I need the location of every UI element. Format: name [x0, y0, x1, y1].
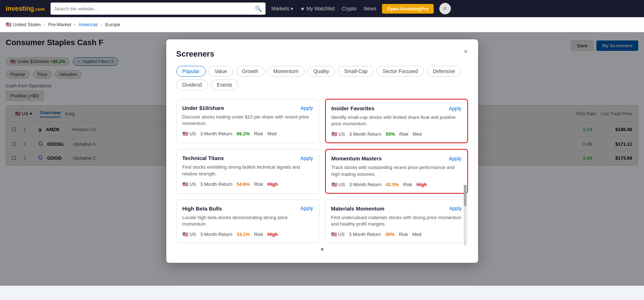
card-momentum-name: Momentum Masters [331, 155, 382, 161]
modal-title: Screeners [176, 49, 468, 59]
card-materials-risk-value: Med [412, 232, 421, 237]
open-investingpro-button[interactable]: Open InvestingPro [382, 4, 434, 14]
card-highbeta-return-value: 33.1% [237, 232, 250, 237]
card-momentum-risk-value: High [416, 182, 427, 187]
card-momentum-header: Momentum Masters Apply [331, 155, 462, 161]
breadcrumb-sep-2: › [74, 22, 76, 27]
main-area: Consumer Staples Cash F Save My Screener… [0, 32, 644, 286]
card-insider-name: Insider Favorites [331, 105, 375, 111]
tab-quality[interactable]: Quality [307, 66, 335, 77]
card-insider-return-label: 3 Month Return [349, 131, 382, 137]
card-materials-region: 🇺🇸 US [331, 232, 345, 237]
screeners-modal: Screeners × Popular Value Growth Momentu… [166, 39, 478, 263]
tab-smallcap[interactable]: Small-Cap [338, 66, 373, 77]
nav-markets[interactable]: Markets ▾ [271, 6, 293, 11]
search-input[interactable] [54, 6, 255, 11]
card-insider-region: 🇺🇸 US [331, 131, 345, 137]
card-insider-return-value: 55% [386, 131, 395, 137]
card-titans-region: 🇺🇸 US [182, 182, 196, 187]
tab-defensive[interactable]: Defensive [427, 66, 461, 77]
card-insider-risk-label: Risk [399, 131, 408, 137]
breadcrumb-united-states[interactable]: 🇺🇸 United States [6, 22, 41, 27]
tab-dividend[interactable]: Dividend [176, 79, 208, 90]
card-under10-return-label: 3 Month Return [200, 131, 233, 136]
chevron-down-icon: ▾ [176, 246, 468, 253]
card-highbeta-header: High Beta Bulls Apply [182, 205, 313, 212]
card-highbeta-return-label: 3 Month Return [200, 232, 233, 237]
tab-growth[interactable]: Growth [236, 66, 264, 77]
card-highbeta-meta: 🇺🇸 US 3 Month Return 33.1% Risk High [182, 232, 313, 237]
breadcrumb-americas[interactable]: Americas [78, 22, 98, 27]
card-titans-meta: 🇺🇸 US 3 Month Return 54.6% Risk High [182, 182, 313, 187]
card-insider-header: Insider Favorites Apply [331, 105, 462, 111]
nav-crypto[interactable]: Crypto [342, 6, 357, 11]
card-titans-desc: Find stocks exhibiting strong bullish te… [182, 164, 313, 177]
modal-close-button[interactable]: × [461, 47, 471, 57]
card-highbeta-apply[interactable]: Apply [300, 205, 313, 211]
card-under10-name: Under $10/share [182, 105, 224, 111]
card-under10-meta: 🇺🇸 US 3 Month Return 66.2% Risk Med [182, 131, 313, 136]
card-momentum-region: 🇺🇸 US [331, 182, 345, 187]
card-highbeta: High Beta Bulls Apply Locate high beta s… [176, 199, 319, 243]
card-highbeta-risk-value: High [267, 232, 278, 237]
card-highbeta-risk-label: Risk [254, 232, 263, 237]
breadcrumb: 🇺🇸 United States › Pre-Market › Americas… [0, 17, 644, 32]
card-titans-apply[interactable]: Apply [300, 155, 313, 161]
card-materials-header: Materials Momentum Apply [331, 205, 462, 212]
card-materials: Materials Momentum Apply Find undervalue… [325, 199, 468, 243]
card-insider-risk-value: Med [412, 131, 421, 137]
cards-container: Under $10/share Apply Discover stocks tr… [176, 99, 468, 253]
card-momentum-risk-label: Risk [403, 182, 412, 187]
screener-tab-list: Popular Value Growth Momentum Quality Sm… [176, 66, 468, 90]
card-highbeta-desc: Locate high beta stocks demonstrating st… [182, 214, 313, 227]
card-momentum-apply[interactable]: Apply [449, 156, 461, 161]
search-icon: 🔍 [255, 5, 262, 12]
card-materials-meta: 🇺🇸 US 3 Month Return 30% Risk Med [331, 232, 462, 237]
search-bar[interactable]: 🔍 [51, 3, 266, 15]
card-momentum-return-label: 3 Month Return [349, 182, 382, 187]
breadcrumb-sep-1: › [44, 22, 45, 27]
card-momentum-desc: Track stocks with outstanding recent pri… [331, 164, 462, 177]
card-highbeta-name: High Beta Bulls [182, 205, 222, 212]
card-materials-apply[interactable]: Apply [449, 205, 462, 211]
avatar[interactable]: P [439, 3, 451, 14]
card-titans-return-value: 54.6% [237, 182, 250, 187]
card-under10: Under $10/share Apply Discover stocks tr… [176, 99, 319, 143]
tab-value[interactable]: Value [209, 66, 233, 77]
top-navigation: investing.com 🔍 Markets ▾ ★ My Watchlist… [0, 0, 644, 17]
site-logo[interactable]: investing.com [6, 5, 45, 13]
card-materials-return-value: 30% [385, 232, 395, 237]
card-momentum: Momentum Masters Apply Track stocks with… [325, 149, 468, 193]
breadcrumb-pre-market[interactable]: Pre-Market [48, 22, 71, 27]
card-highbeta-region: 🇺🇸 US [182, 232, 196, 237]
card-insider: Insider Favorites Apply Identify small-c… [325, 99, 468, 143]
card-under10-region: 🇺🇸 US [182, 131, 196, 136]
card-materials-name: Materials Momentum [331, 205, 385, 212]
tab-popular[interactable]: Popular [176, 66, 206, 77]
card-insider-desc: Identify small-cap stocks with limited s… [331, 114, 462, 127]
card-under10-risk-label: Risk [254, 131, 263, 136]
nav-links: Markets ▾ ★ My Watchlist Crypto News [271, 6, 376, 11]
nav-news[interactable]: News [364, 6, 376, 11]
breadcrumb-europe[interactable]: Europe [105, 22, 120, 27]
card-titans: Technical Titans Apply Find stocks exhib… [176, 149, 319, 193]
card-under10-apply[interactable]: Apply [300, 105, 313, 111]
nav-watchlist[interactable]: ★ My Watchlist [300, 6, 335, 11]
scroll-thumb [464, 185, 467, 206]
logo-text: investing [6, 5, 34, 12]
card-under10-desc: Discover stocks trading under $10 per sh… [182, 114, 313, 127]
card-titans-return-label: 3 Month Return [200, 182, 233, 187]
card-titans-risk-label: Risk [254, 182, 263, 187]
card-insider-apply[interactable]: Apply [449, 106, 461, 111]
card-momentum-return-value: 42.5% [386, 182, 399, 187]
tab-momentum[interactable]: Momentum [267, 66, 305, 77]
scroll-indicator[interactable] [464, 185, 467, 246]
card-materials-desc: Find undervalued materials stocks with s… [331, 214, 462, 227]
card-titans-name: Technical Titans [182, 155, 224, 161]
tab-sector-focused[interactable]: Sector Focused [377, 66, 424, 77]
tab-events[interactable]: Events [211, 79, 238, 90]
modal-overlay[interactable]: Screeners × Popular Value Growth Momentu… [0, 32, 644, 286]
screener-cards-grid: Under $10/share Apply Discover stocks tr… [176, 99, 468, 243]
card-under10-risk-value: Med [267, 131, 276, 136]
card-titans-risk-value: High [267, 182, 278, 187]
